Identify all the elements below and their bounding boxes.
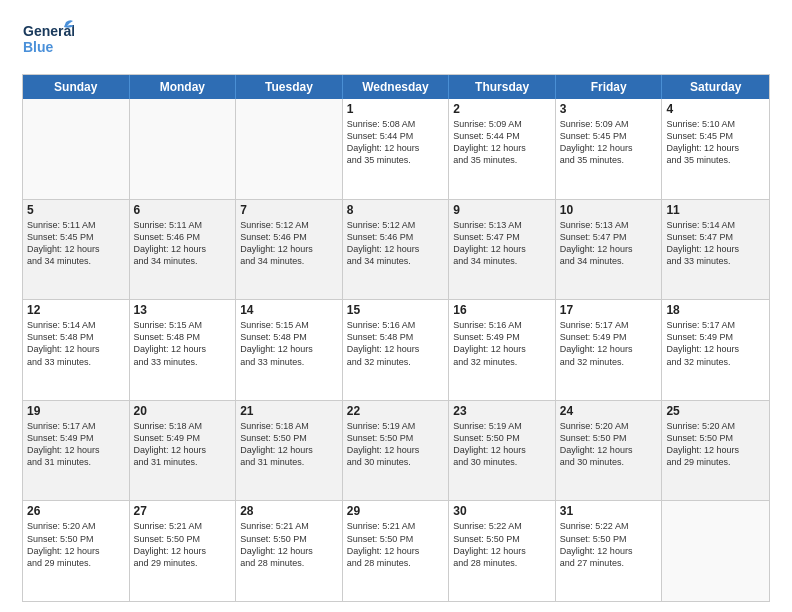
day-info: Sunrise: 5:21 AM Sunset: 5:50 PM Dayligh… bbox=[347, 520, 445, 569]
day-number: 13 bbox=[134, 303, 232, 317]
calendar-header: SundayMondayTuesdayWednesdayThursdayFrid… bbox=[23, 75, 769, 99]
day-number: 20 bbox=[134, 404, 232, 418]
calendar-cell: 13Sunrise: 5:15 AM Sunset: 5:48 PM Dayli… bbox=[130, 300, 237, 400]
day-info: Sunrise: 5:22 AM Sunset: 5:50 PM Dayligh… bbox=[560, 520, 658, 569]
calendar-cell: 23Sunrise: 5:19 AM Sunset: 5:50 PM Dayli… bbox=[449, 401, 556, 501]
week-row: 26Sunrise: 5:20 AM Sunset: 5:50 PM Dayli… bbox=[23, 500, 769, 601]
day-number: 4 bbox=[666, 102, 765, 116]
day-info: Sunrise: 5:20 AM Sunset: 5:50 PM Dayligh… bbox=[666, 420, 765, 469]
day-number: 16 bbox=[453, 303, 551, 317]
day-info: Sunrise: 5:14 AM Sunset: 5:47 PM Dayligh… bbox=[666, 219, 765, 268]
day-info: Sunrise: 5:08 AM Sunset: 5:44 PM Dayligh… bbox=[347, 118, 445, 167]
day-info: Sunrise: 5:22 AM Sunset: 5:50 PM Dayligh… bbox=[453, 520, 551, 569]
logo: General Blue bbox=[22, 18, 74, 64]
day-number: 3 bbox=[560, 102, 658, 116]
calendar-cell bbox=[23, 99, 130, 199]
calendar-cell bbox=[130, 99, 237, 199]
day-number: 24 bbox=[560, 404, 658, 418]
week-row: 5Sunrise: 5:11 AM Sunset: 5:45 PM Daylig… bbox=[23, 199, 769, 300]
calendar-cell: 31Sunrise: 5:22 AM Sunset: 5:50 PM Dayli… bbox=[556, 501, 663, 601]
day-info: Sunrise: 5:12 AM Sunset: 5:46 PM Dayligh… bbox=[240, 219, 338, 268]
day-number: 15 bbox=[347, 303, 445, 317]
day-info: Sunrise: 5:11 AM Sunset: 5:45 PM Dayligh… bbox=[27, 219, 125, 268]
day-number: 27 bbox=[134, 504, 232, 518]
day-number: 1 bbox=[347, 102, 445, 116]
day-info: Sunrise: 5:10 AM Sunset: 5:45 PM Dayligh… bbox=[666, 118, 765, 167]
calendar-cell: 11Sunrise: 5:14 AM Sunset: 5:47 PM Dayli… bbox=[662, 200, 769, 300]
calendar-cell: 12Sunrise: 5:14 AM Sunset: 5:48 PM Dayli… bbox=[23, 300, 130, 400]
day-number: 28 bbox=[240, 504, 338, 518]
header: General Blue bbox=[22, 18, 770, 64]
calendar-cell: 5Sunrise: 5:11 AM Sunset: 5:45 PM Daylig… bbox=[23, 200, 130, 300]
calendar: SundayMondayTuesdayWednesdayThursdayFrid… bbox=[22, 74, 770, 602]
day-number: 12 bbox=[27, 303, 125, 317]
day-number: 22 bbox=[347, 404, 445, 418]
day-info: Sunrise: 5:20 AM Sunset: 5:50 PM Dayligh… bbox=[560, 420, 658, 469]
svg-text:Blue: Blue bbox=[23, 39, 54, 55]
calendar-cell: 18Sunrise: 5:17 AM Sunset: 5:49 PM Dayli… bbox=[662, 300, 769, 400]
calendar-cell: 14Sunrise: 5:15 AM Sunset: 5:48 PM Dayli… bbox=[236, 300, 343, 400]
day-info: Sunrise: 5:18 AM Sunset: 5:49 PM Dayligh… bbox=[134, 420, 232, 469]
calendar-cell: 21Sunrise: 5:18 AM Sunset: 5:50 PM Dayli… bbox=[236, 401, 343, 501]
header-day-monday: Monday bbox=[130, 75, 237, 99]
calendar-cell: 7Sunrise: 5:12 AM Sunset: 5:46 PM Daylig… bbox=[236, 200, 343, 300]
day-number: 25 bbox=[666, 404, 765, 418]
day-info: Sunrise: 5:12 AM Sunset: 5:46 PM Dayligh… bbox=[347, 219, 445, 268]
day-number: 6 bbox=[134, 203, 232, 217]
day-info: Sunrise: 5:14 AM Sunset: 5:48 PM Dayligh… bbox=[27, 319, 125, 368]
calendar-cell: 8Sunrise: 5:12 AM Sunset: 5:46 PM Daylig… bbox=[343, 200, 450, 300]
day-info: Sunrise: 5:16 AM Sunset: 5:48 PM Dayligh… bbox=[347, 319, 445, 368]
day-info: Sunrise: 5:15 AM Sunset: 5:48 PM Dayligh… bbox=[240, 319, 338, 368]
day-number: 14 bbox=[240, 303, 338, 317]
calendar-cell bbox=[662, 501, 769, 601]
day-number: 5 bbox=[27, 203, 125, 217]
day-info: Sunrise: 5:20 AM Sunset: 5:50 PM Dayligh… bbox=[27, 520, 125, 569]
day-number: 9 bbox=[453, 203, 551, 217]
day-number: 11 bbox=[666, 203, 765, 217]
header-day-sunday: Sunday bbox=[23, 75, 130, 99]
calendar-cell: 20Sunrise: 5:18 AM Sunset: 5:49 PM Dayli… bbox=[130, 401, 237, 501]
day-number: 26 bbox=[27, 504, 125, 518]
day-number: 18 bbox=[666, 303, 765, 317]
calendar-cell: 10Sunrise: 5:13 AM Sunset: 5:47 PM Dayli… bbox=[556, 200, 663, 300]
day-number: 2 bbox=[453, 102, 551, 116]
day-number: 17 bbox=[560, 303, 658, 317]
day-number: 8 bbox=[347, 203, 445, 217]
logo-svg: General Blue bbox=[22, 18, 74, 60]
calendar-cell: 6Sunrise: 5:11 AM Sunset: 5:46 PM Daylig… bbox=[130, 200, 237, 300]
calendar-cell: 1Sunrise: 5:08 AM Sunset: 5:44 PM Daylig… bbox=[343, 99, 450, 199]
calendar-cell: 15Sunrise: 5:16 AM Sunset: 5:48 PM Dayli… bbox=[343, 300, 450, 400]
week-row: 12Sunrise: 5:14 AM Sunset: 5:48 PM Dayli… bbox=[23, 299, 769, 400]
day-info: Sunrise: 5:21 AM Sunset: 5:50 PM Dayligh… bbox=[134, 520, 232, 569]
day-number: 7 bbox=[240, 203, 338, 217]
day-info: Sunrise: 5:16 AM Sunset: 5:49 PM Dayligh… bbox=[453, 319, 551, 368]
header-day-saturday: Saturday bbox=[662, 75, 769, 99]
day-info: Sunrise: 5:13 AM Sunset: 5:47 PM Dayligh… bbox=[453, 219, 551, 268]
day-number: 21 bbox=[240, 404, 338, 418]
calendar-cell: 29Sunrise: 5:21 AM Sunset: 5:50 PM Dayli… bbox=[343, 501, 450, 601]
day-number: 23 bbox=[453, 404, 551, 418]
day-number: 29 bbox=[347, 504, 445, 518]
day-info: Sunrise: 5:09 AM Sunset: 5:45 PM Dayligh… bbox=[560, 118, 658, 167]
day-info: Sunrise: 5:18 AM Sunset: 5:50 PM Dayligh… bbox=[240, 420, 338, 469]
day-info: Sunrise: 5:21 AM Sunset: 5:50 PM Dayligh… bbox=[240, 520, 338, 569]
day-info: Sunrise: 5:11 AM Sunset: 5:46 PM Dayligh… bbox=[134, 219, 232, 268]
day-number: 19 bbox=[27, 404, 125, 418]
calendar-cell: 22Sunrise: 5:19 AM Sunset: 5:50 PM Dayli… bbox=[343, 401, 450, 501]
day-info: Sunrise: 5:19 AM Sunset: 5:50 PM Dayligh… bbox=[347, 420, 445, 469]
calendar-cell: 9Sunrise: 5:13 AM Sunset: 5:47 PM Daylig… bbox=[449, 200, 556, 300]
day-info: Sunrise: 5:17 AM Sunset: 5:49 PM Dayligh… bbox=[666, 319, 765, 368]
day-info: Sunrise: 5:17 AM Sunset: 5:49 PM Dayligh… bbox=[560, 319, 658, 368]
day-info: Sunrise: 5:13 AM Sunset: 5:47 PM Dayligh… bbox=[560, 219, 658, 268]
week-row: 1Sunrise: 5:08 AM Sunset: 5:44 PM Daylig… bbox=[23, 99, 769, 199]
calendar-body: 1Sunrise: 5:08 AM Sunset: 5:44 PM Daylig… bbox=[23, 99, 769, 601]
header-day-friday: Friday bbox=[556, 75, 663, 99]
calendar-cell: 3Sunrise: 5:09 AM Sunset: 5:45 PM Daylig… bbox=[556, 99, 663, 199]
calendar-cell: 4Sunrise: 5:10 AM Sunset: 5:45 PM Daylig… bbox=[662, 99, 769, 199]
calendar-cell: 27Sunrise: 5:21 AM Sunset: 5:50 PM Dayli… bbox=[130, 501, 237, 601]
calendar-cell: 19Sunrise: 5:17 AM Sunset: 5:49 PM Dayli… bbox=[23, 401, 130, 501]
day-info: Sunrise: 5:15 AM Sunset: 5:48 PM Dayligh… bbox=[134, 319, 232, 368]
day-number: 31 bbox=[560, 504, 658, 518]
calendar-cell: 17Sunrise: 5:17 AM Sunset: 5:49 PM Dayli… bbox=[556, 300, 663, 400]
calendar-cell: 16Sunrise: 5:16 AM Sunset: 5:49 PM Dayli… bbox=[449, 300, 556, 400]
